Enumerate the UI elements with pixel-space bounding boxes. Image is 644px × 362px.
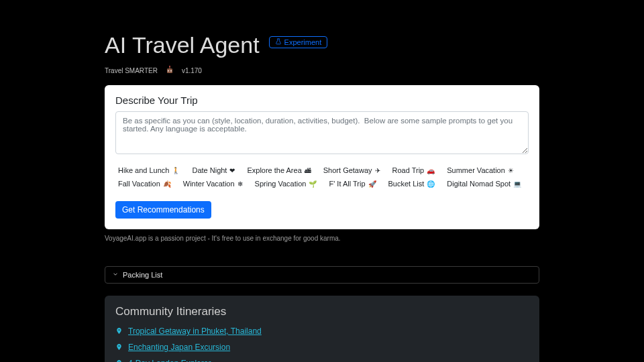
- plane-icon: ✈: [375, 167, 380, 174]
- map-pin-icon: [115, 343, 123, 352]
- car-icon: 🚗: [427, 167, 435, 174]
- itinerary-item: Tropical Getaway in Phuket, Thailand: [115, 326, 529, 336]
- itinerary-link[interactable]: Tropical Getaway in Phuket, Thailand: [128, 326, 262, 336]
- flask-icon: [275, 38, 282, 46]
- laptop-icon: 💻: [513, 180, 521, 188]
- seedling-icon: 🌱: [309, 180, 317, 188]
- chip-label: Winter Vacation: [183, 180, 235, 188]
- chip-label: Digital Nomad Spot: [447, 180, 511, 188]
- trip-description-input[interactable]: [115, 111, 529, 154]
- version-label: v1.170: [182, 67, 202, 74]
- chip-label: F' It All Trip: [329, 180, 365, 188]
- svg-rect-3: [169, 67, 170, 69]
- prompt-chip[interactable]: Spring Vacation🌱: [255, 180, 317, 188]
- community-heading: Community Itineraries: [115, 305, 529, 318]
- prompt-chip[interactable]: Bucket List🌐: [388, 180, 435, 188]
- itinerary-item: Enchanting Japan Excursion: [115, 343, 529, 352]
- experiment-badge[interactable]: Experiment: [269, 36, 328, 48]
- prompt-chip[interactable]: Date Night❤: [192, 166, 235, 174]
- chip-label: Fall Vacation: [118, 180, 160, 188]
- map-pin-icon: [115, 359, 123, 363]
- prompt-chip[interactable]: Short Getaway✈: [323, 166, 380, 174]
- chip-label: Summer Vacation: [447, 166, 505, 174]
- packing-list-accordion[interactable]: Packing List: [105, 266, 539, 284]
- itinerary-link[interactable]: 4-Day London Explorer: [128, 359, 211, 362]
- describe-trip-card: Describe Your Trip Hike and Lunch🚶Date N…: [105, 85, 539, 229]
- disclaimer-text: VoyageAI.app is a passion project - It's…: [105, 235, 539, 242]
- experiment-badge-label: Experiment: [284, 38, 322, 46]
- prompt-chip[interactable]: Hike and Lunch🚶: [118, 166, 180, 174]
- map-pin-icon: [115, 327, 123, 336]
- chip-label: Short Getaway: [323, 166, 372, 174]
- get-recommendations-button[interactable]: Get Recommendations: [115, 201, 211, 219]
- globe-icon: 🌐: [427, 180, 435, 188]
- chip-label: Road Trip: [392, 166, 425, 174]
- prompt-chip[interactable]: Digital Nomad Spot💻: [447, 180, 521, 188]
- prompt-chip[interactable]: Explore the Area🏙: [247, 166, 311, 174]
- community-itineraries-panel: Community Itineraries Tropical Getaway i…: [105, 296, 539, 362]
- robot-icon: [164, 65, 175, 76]
- itinerary-item: 4-Day London Explorer: [115, 359, 529, 362]
- prompt-chip[interactable]: F' It All Trip🚀: [329, 180, 376, 188]
- prompt-chip[interactable]: Summer Vacation☀: [447, 166, 514, 174]
- page-title: AI Travel Agent: [105, 32, 260, 58]
- heart-icon: ❤: [229, 167, 235, 174]
- leaf-icon: 🍂: [163, 180, 171, 188]
- prompt-chip[interactable]: Road Trip🚗: [392, 166, 435, 174]
- chip-label: Hike and Lunch: [118, 166, 169, 174]
- svg-point-2: [170, 70, 172, 72]
- prompt-chip[interactable]: Fall Vacation🍂: [118, 180, 171, 188]
- chip-label: Bucket List: [388, 180, 425, 188]
- sun-icon: ☀: [508, 167, 514, 174]
- snowflake-icon: ❄: [237, 180, 243, 188]
- chip-label: Spring Vacation: [255, 180, 307, 188]
- itinerary-link[interactable]: Enchanting Japan Excursion: [128, 343, 230, 352]
- city-icon: 🏙: [305, 167, 311, 174]
- chevron-down-icon: [112, 271, 119, 279]
- chip-label: Explore the Area: [247, 166, 301, 174]
- packing-list-label: Packing List: [123, 271, 162, 279]
- svg-point-4: [169, 66, 170, 67]
- slogan: Travel SMARTER: [105, 67, 158, 74]
- rocket-icon: 🚀: [368, 180, 376, 188]
- describe-heading: Describe Your Trip: [115, 95, 529, 106]
- hiker-icon: 🚶: [172, 167, 180, 174]
- svg-point-1: [168, 70, 169, 72]
- chip-label: Date Night: [192, 166, 227, 174]
- prompt-chip[interactable]: Winter Vacation❄: [183, 180, 243, 188]
